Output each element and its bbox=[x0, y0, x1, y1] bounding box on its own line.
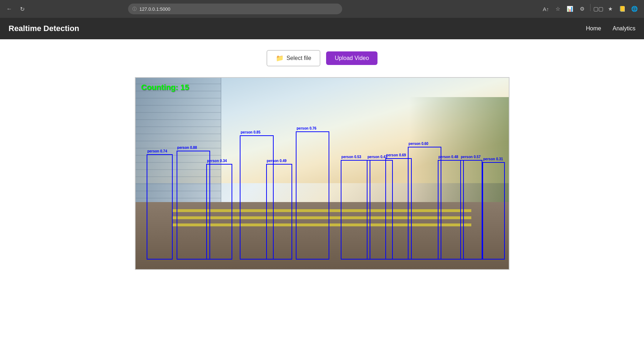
nav-links: Home Analytics bbox=[586, 25, 635, 32]
url-text: 127.0.0.1:5000 bbox=[140, 6, 171, 12]
detection-label: person 0.85 bbox=[240, 130, 260, 134]
back-button[interactable]: ← bbox=[4, 4, 14, 14]
video-container: Counting: 15 person 0.74person 0.88perso… bbox=[135, 77, 509, 270]
split-view-button[interactable]: ▢▢ bbox=[593, 4, 603, 14]
detection-box: person 0.88 bbox=[177, 151, 210, 260]
detection-label: person 0.76 bbox=[296, 126, 316, 130]
font-button[interactable]: A↑ bbox=[541, 4, 551, 14]
detection-box: person 0.76 bbox=[296, 131, 329, 260]
counting-label: Counting: 15 bbox=[141, 83, 189, 92]
detection-box: person 0.49 bbox=[266, 164, 292, 260]
select-file-label: Select file bbox=[286, 55, 311, 61]
main-content: 📁 Select file Upload Video Counting: 15 … bbox=[0, 39, 644, 342]
detection-label: person 0.57 bbox=[461, 155, 481, 159]
app-title: Realtime Detection bbox=[9, 24, 586, 33]
info-icon: ⓘ bbox=[132, 6, 137, 12]
nav-analytics[interactable]: Analytics bbox=[613, 25, 635, 32]
detection-layer: person 0.74person 0.88person 0.34person … bbox=[136, 78, 509, 269]
select-file-button[interactable]: 📁 Select file bbox=[267, 50, 320, 66]
detection-label: person 0.34 bbox=[207, 159, 227, 163]
upload-video-button[interactable]: Upload Video bbox=[326, 51, 377, 65]
stats-button[interactable]: 📊 bbox=[565, 4, 575, 14]
detection-box: person 0.53 bbox=[341, 160, 371, 260]
video-scene: Counting: 15 person 0.74person 0.88perso… bbox=[136, 78, 509, 269]
browser-chrome: ← ↻ ⓘ 127.0.0.1:5000 A↑ ☆ 📊 ⚙ ▢▢ ★ 📒 🌐 bbox=[0, 0, 644, 18]
profile-button[interactable]: 🌐 bbox=[630, 4, 640, 14]
detection-label: person 0.48 bbox=[438, 155, 458, 159]
detection-box: person 0.57 bbox=[460, 160, 483, 260]
nav-home[interactable]: Home bbox=[586, 25, 601, 32]
detection-label: person 0.49 bbox=[267, 159, 287, 163]
settings-button[interactable]: ⚙ bbox=[577, 4, 587, 14]
detection-label: person 0.74 bbox=[147, 149, 167, 153]
collections-button[interactable]: 📒 bbox=[618, 4, 628, 14]
bookmark-button[interactable]: ☆ bbox=[553, 4, 563, 14]
address-bar[interactable]: ⓘ 127.0.0.1:5000 bbox=[128, 4, 342, 14]
detection-label: person 0.88 bbox=[177, 146, 197, 150]
detection-label: person 0.53 bbox=[341, 155, 361, 159]
upload-controls: 📁 Select file Upload Video bbox=[267, 50, 377, 66]
app-navbar: Realtime Detection Home Analytics bbox=[0, 18, 644, 39]
counting-value: 15 bbox=[180, 83, 189, 92]
detection-label: person 0.69 bbox=[386, 153, 406, 157]
browser-actions: A↑ ☆ 📊 ⚙ ▢▢ ★ 📒 🌐 bbox=[541, 4, 640, 14]
detection-box: person 0.60 bbox=[408, 147, 441, 260]
detection-box: person 0.31 bbox=[482, 162, 505, 260]
detection-label: person 0.43 bbox=[367, 155, 387, 159]
detection-box: person 0.74 bbox=[147, 154, 173, 260]
detection-box: person 0.34 bbox=[206, 164, 232, 260]
divider bbox=[590, 4, 590, 11]
favorites-button[interactable]: ★ bbox=[605, 4, 615, 14]
folder-icon: 📁 bbox=[276, 54, 284, 62]
counting-prefix: Counting: bbox=[141, 83, 178, 92]
detection-label: person 0.60 bbox=[409, 142, 429, 146]
detection-label: person 0.31 bbox=[483, 157, 503, 161]
reload-button[interactable]: ↻ bbox=[17, 4, 27, 14]
